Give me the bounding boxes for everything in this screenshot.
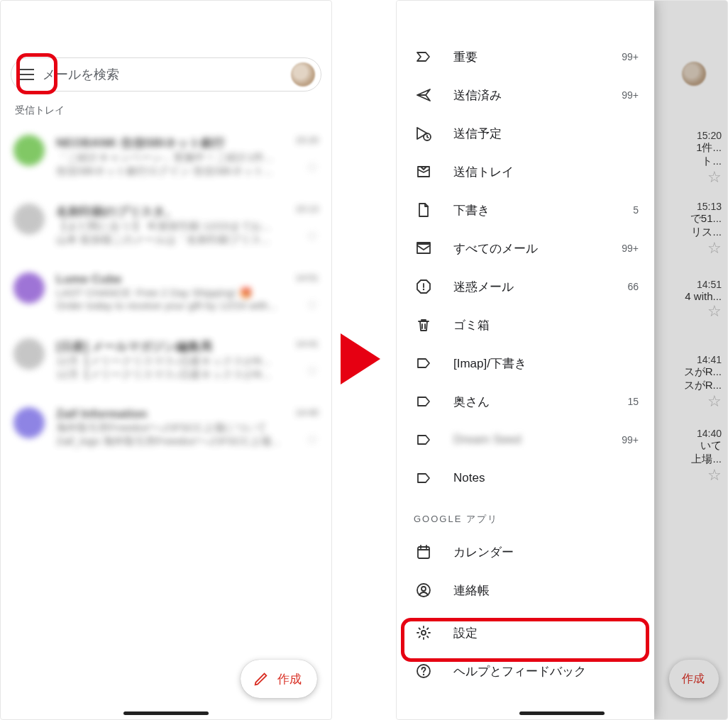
- drawer-item-label[interactable]: Dream Seed 99+: [397, 421, 654, 459]
- email-snippet: 12月【メリークリスマス♪日産キックスがR...: [56, 368, 271, 382]
- sender-avatar: [13, 204, 45, 235]
- drawer-item-label[interactable]: [Imap]/下書き: [397, 344, 654, 382]
- bg-email-row: 14:40 いて 上場... ☆: [691, 428, 722, 489]
- star-icon[interactable]: ☆: [285, 158, 319, 175]
- star-icon[interactable]: ☆: [282, 362, 319, 379]
- sender-avatar: [13, 272, 45, 304]
- scheduled-icon: [414, 123, 434, 143]
- phone-left: メールを検索 受信トレイ NEOBANK 住信SBIネット銀行 「ご紹介キャンペ…: [0, 0, 332, 720]
- email-snippet: Order today to receive your gift by 12/2…: [56, 299, 277, 311]
- drawer-help[interactable]: ヘルプとフィードバック: [397, 652, 654, 690]
- star-icon: ☆: [707, 302, 722, 321]
- drawer-item-label: 送信済み: [453, 87, 622, 104]
- drawer-item-scheduled[interactable]: 送信予定: [397, 114, 654, 153]
- drawer-item-draft[interactable]: 下書き 5: [397, 191, 654, 229]
- search-bar[interactable]: メールを検索: [11, 57, 321, 92]
- drawer-item-label[interactable]: 奥さん 15: [397, 382, 654, 421]
- star-icon[interactable]: ☆: [282, 227, 319, 244]
- svg-point-7: [421, 631, 426, 635]
- spam-icon: [414, 277, 434, 297]
- email-list: NEOBANK 住信SBIネット銀行 「ご紹介キャンペーン」実施中！ご紹介1件.…: [1, 125, 331, 464]
- drawer-item-allmail[interactable]: すべてのメール 99+: [397, 229, 654, 267]
- email-row[interactable]: 名刺印刷のプリスタ。 【まだ間に合う!】 年賀状印刷 12/23までお... 山…: [1, 194, 331, 262]
- drawer-item-outbox[interactable]: 送信トレイ: [397, 153, 654, 191]
- nav-drawer: 重要 99+ 送信済み 99+ 送信予定 送信トレイ 下書き 5 すべてのメール…: [397, 1, 654, 719]
- star-icon: ☆: [707, 239, 722, 257]
- drawer-item-label: 迷惑メール: [453, 279, 627, 295]
- email-subject: LAST CHANCE: Free 2 Day Shipping! 🎁: [56, 287, 277, 299]
- email-subject: 【まだ間に合う!】 年賀状印刷 12/23までお...: [56, 220, 271, 233]
- drawer-item-label: 送信予定: [453, 126, 639, 142]
- star-icon: ☆: [707, 466, 722, 484]
- drawer-item-count: 99+: [622, 51, 639, 62]
- drawer-item-trash[interactable]: ゴミ箱: [397, 306, 654, 344]
- label-icon: [414, 392, 434, 411]
- star-icon[interactable]: ☆: [291, 431, 319, 448]
- account-avatar[interactable]: [291, 62, 315, 87]
- label-icon: [414, 468, 434, 488]
- drawer-item-count: 99+: [622, 89, 639, 101]
- hamburger-menu-button[interactable]: [11, 59, 43, 90]
- bg-email-row: 15:13 で51... リス... ☆: [690, 201, 722, 262]
- email-row[interactable]: Lume Cube LAST CHANCE: Free 2 Day Shippi…: [1, 262, 331, 328]
- phone-right: 15:20 1件... ト... ☆15:13 で51... リス... ☆14…: [396, 0, 728, 720]
- sender-avatar: [13, 135, 45, 166]
- drawer-item-count: 5: [633, 204, 639, 216]
- star-icon: ☆: [707, 392, 722, 411]
- drawer-item-label: 設定: [453, 625, 639, 641]
- drawer-item-label: Notes: [453, 471, 639, 485]
- drawer-item-label: 送信トレイ: [453, 164, 639, 180]
- home-indicator: [123, 711, 209, 715]
- email-row[interactable]: Zaif Information 海外取引所Freedos*へのFSCC上場につ…: [1, 397, 331, 464]
- bg-email-row: 14:51 4 with... ☆: [685, 279, 722, 340]
- drawer-app-contacts[interactable]: 連絡帳: [397, 571, 654, 609]
- drawer-item-count: 99+: [622, 434, 639, 445]
- drawer-item-label: 奥さん: [453, 394, 627, 410]
- compose-label: 作成: [277, 671, 302, 687]
- email-row[interactable]: [日産] メールマガジン編集局 12月【メリークリスマス♪日産キックスがR...…: [1, 328, 331, 397]
- allmail-icon: [414, 238, 434, 258]
- star-icon: ☆: [707, 168, 722, 187]
- svg-point-6: [421, 587, 426, 591]
- drawer-item-label: ゴミ箱: [453, 317, 639, 333]
- drawer-section-header: GOOGLE アプリ: [397, 497, 654, 533]
- email-sender: 名刺印刷のプリスタ。: [56, 204, 271, 220]
- draft-icon: [414, 200, 434, 220]
- drawer-item-spam[interactable]: 迷惑メール 66: [397, 267, 654, 306]
- drawer-item-label[interactable]: Notes: [397, 459, 654, 497]
- email-sender: [日産] メールマガジン編集局: [56, 338, 271, 355]
- account-avatar[interactable]: [682, 62, 706, 86]
- drawer-item-important[interactable]: 重要 99+: [397, 38, 654, 76]
- email-time: 15:20: [285, 135, 319, 145]
- compose-button[interactable]: 作成: [241, 660, 317, 698]
- background-dim: 15:20 1件... ト... ☆15:13 で51... リス... ☆14…: [653, 1, 727, 719]
- drawer-item-label: [Imap]/下書き: [453, 355, 639, 372]
- email-snippet: 山本 拓弥様このメールは「名刺印刷プリス...: [56, 233, 271, 247]
- drawer-item-label: 下書き: [453, 202, 633, 218]
- email-snippet: 住信SBIネット銀行ログイン 住信SBIネット...: [56, 165, 273, 178]
- email-sender: Zaif Information: [56, 407, 280, 421]
- drawer-item-label: カレンダー: [453, 544, 639, 560]
- compose-button[interactable]: 作成: [669, 660, 719, 698]
- email-row[interactable]: NEOBANK 住信SBIネット銀行 「ご紹介キャンペーン」実施中！ご紹介1件.…: [1, 125, 331, 194]
- email-time: 15:13: [282, 204, 319, 214]
- sender-avatar: [13, 407, 45, 438]
- calendar-icon: [414, 542, 434, 562]
- svg-point-9: [423, 674, 424, 675]
- email-snippet: Zaif_logo 海外取引所Freedos*へのFSCC上場...: [56, 435, 280, 448]
- settings-icon: [414, 623, 434, 643]
- drawer-app-calendar[interactable]: カレンダー: [397, 533, 654, 571]
- svg-rect-4: [418, 547, 429, 558]
- pencil-icon: [253, 671, 269, 687]
- drawer-settings[interactable]: 設定: [397, 614, 654, 652]
- svg-rect-2: [417, 244, 430, 253]
- star-icon[interactable]: ☆: [288, 296, 319, 313]
- bg-email-row: 15:20 1件... ト... ☆: [696, 130, 722, 191]
- inbox-heading: 受信トレイ: [15, 104, 65, 117]
- drawer-item-sent[interactable]: 送信済み 99+: [397, 76, 654, 114]
- bg-email-row: 14:41 スがR... スがR... ☆: [684, 354, 722, 415]
- drawer-item-label: すべてのメール: [453, 240, 622, 257]
- drawer-item-count: 99+: [622, 243, 639, 254]
- sender-avatar: [13, 338, 45, 370]
- email-sender: Lume Cube: [56, 272, 277, 287]
